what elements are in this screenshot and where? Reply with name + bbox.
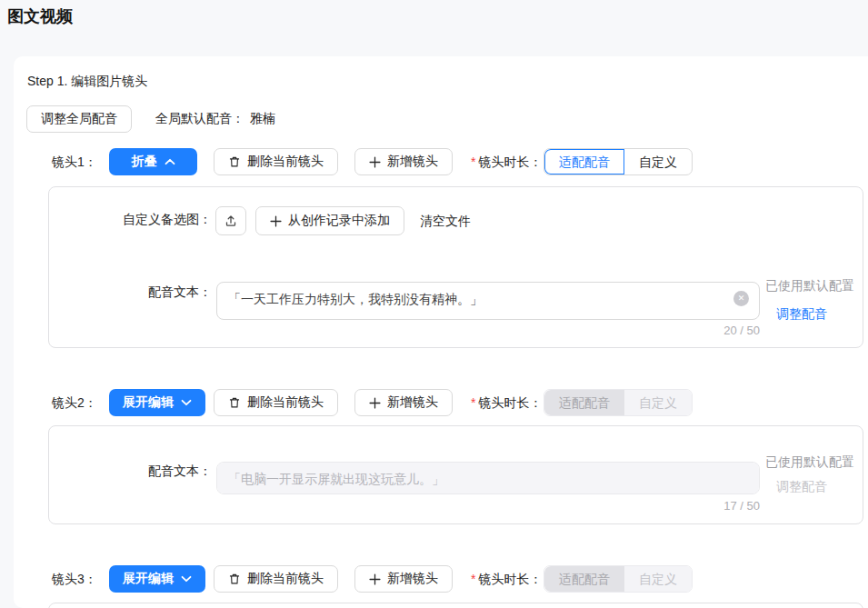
adjust-global-voice-button[interactable]: 调整全局配音 [26,105,132,133]
required-asterisk: * [471,154,475,169]
shot-2-delete-button[interactable]: 删除当前镜头 [214,389,338,416]
shot-1-label: 镜头1： [52,148,97,175]
global-default-voice-label: 全局默认配音： [155,111,244,127]
shot-1-adjust-voice-link[interactable]: 调整配音 [776,306,827,323]
add-from-records-button[interactable]: 从创作记录中添加 [255,206,404,235]
shot-2-adjust-voice-link: 调整配音 [776,479,827,495]
shot-1-panel: 自定义备选图： 从创作记录中添加 清空文件 配音文本： 「一天工作压力特别大，我… [48,186,863,348]
shot-2-add-button[interactable]: 新增镜头 [354,389,453,416]
shot-2-duration-toggle: 适配配音 自定义 [544,389,693,416]
shot-row-1: 镜头1： 折叠 删除当前镜头 新增镜头 *镜头时长： [14,148,868,175]
main-card: Step 1. 编辑图片镜头 调整全局配音 全局默认配音： 雅楠 镜头1： 折叠 [14,56,868,608]
shot-2-voice-text-wrap: 「电脑一开显示屏就出现这玩意儿。」 [216,462,760,494]
shot-1-duration-label: *镜头时长： [471,148,542,175]
shot-2-default-config-note: 已使用默认配置 [765,454,854,471]
global-default-voice-value: 雅楠 [250,111,275,127]
trash-icon [228,573,241,585]
upload-icon [224,214,238,228]
shot-2-panel: 配音文本： 「电脑一开显示屏就出现这玩意儿。」 17 / 50 已使用默认配置 … [48,425,863,524]
shot-2-duration-label: *镜头时长： [471,389,542,416]
clear-text-icon[interactable]: ✕ [733,291,749,306]
shot-1-fit-voice-option[interactable]: 适配配音 [544,149,624,174]
page-title: 图文视频 [7,5,73,27]
shot-3-fit-voice-option: 适配配音 [544,566,624,592]
shot-3-label: 镜头3： [52,565,97,593]
upload-button[interactable] [215,206,246,235]
step-title: Step 1. 编辑图片镜头 [27,74,147,90]
shot-2-expand-button[interactable]: 展开编辑 [109,389,205,416]
shot-3-panel [48,603,863,608]
shot-1-default-config-note: 已使用默认配置 [765,278,854,294]
required-asterisk: * [471,395,475,410]
global-voice-row: 调整全局配音 全局默认配音： 雅楠 [26,105,275,133]
shot-1-collapse-button[interactable]: 折叠 [109,148,197,175]
shot-2-custom-option: 自定义 [624,390,692,415]
shot-1-duration-toggle: 适配配音 自定义 [544,148,693,175]
shot-3-delete-button[interactable]: 删除当前镜头 [214,565,338,593]
shot-row-2: 镜头2： 展开编辑 删除当前镜头 新增镜头 *镜头时长： [14,389,868,416]
shot-1-char-counter: 20 / 50 [216,324,760,337]
shot-1-add-button[interactable]: 新增镜头 [354,148,453,175]
clear-files-link[interactable]: 清空文件 [420,206,471,235]
chevron-up-icon [165,158,175,165]
chevron-down-icon [181,575,192,583]
candidate-images-label: 自定义备选图： [49,212,212,228]
plus-icon [369,397,381,409]
plus-icon [369,573,381,585]
shot-3-expand-button[interactable]: 展开编辑 [109,565,205,593]
shot-1-voice-text-input[interactable]: 「一天工作压力特别大，我特别没有精神。」 [216,282,760,320]
shot-2-voice-text-input: 「电脑一开显示屏就出现这玩意儿。」 [216,462,760,494]
voice-text-label: 配音文本： [49,463,212,480]
page: 图文视频 Step 1. 编辑图片镜头 调整全局配音 全局默认配音： 雅楠 镜头… [0,0,868,608]
shot-3-duration-toggle: 适配配音 自定义 [544,565,693,593]
shot-2-label: 镜头2： [52,389,97,416]
shot-2-fit-voice-option: 适配配音 [544,390,624,415]
shot-1-voice-text-wrap: 「一天工作压力特别大，我特别没有精神。」 ✕ [216,282,760,320]
shot-1-delete-button[interactable]: 删除当前镜头 [214,148,338,175]
voice-text-label: 配音文本： [49,284,212,301]
required-asterisk: * [471,572,475,586]
chevron-down-icon [181,399,192,406]
trash-icon [228,155,241,168]
shot-3-custom-option: 自定义 [624,566,692,592]
shot-2-char-counter: 17 / 50 [216,499,760,513]
shot-row-3: 镜头3： 展开编辑 删除当前镜头 新增镜头 *镜头时长： [14,565,868,593]
plus-icon [369,156,381,168]
shot-3-add-button[interactable]: 新增镜头 [354,565,453,593]
plus-icon [270,215,282,227]
shot-3-duration-label: *镜头时长： [471,565,542,593]
shot-1-custom-option[interactable]: 自定义 [624,149,692,174]
trash-icon [228,396,241,409]
